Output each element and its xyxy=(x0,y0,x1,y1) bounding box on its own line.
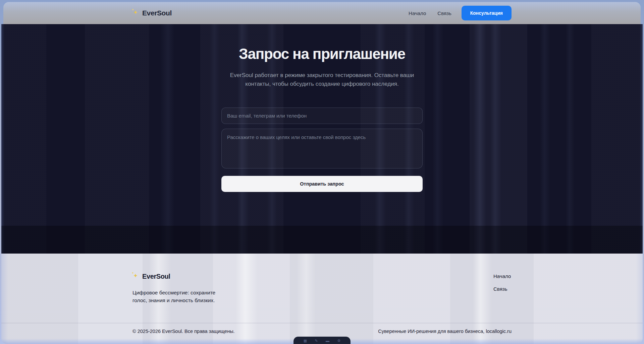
footer-link-contact[interactable]: Связь xyxy=(493,286,512,292)
hero-section: Запрос на приглашение EverSoul работает … xyxy=(1,24,643,254)
bottom-dock[interactable]: ▦ ✎ ▬ ⚙ xyxy=(293,337,351,344)
footer-tagline: Цифровое бессмертие: сохраните голос, зн… xyxy=(132,289,216,304)
footer-nav: Начало Связь xyxy=(493,272,512,304)
page-title: Запрос на приглашение xyxy=(221,46,423,62)
sparkle-icon: ✦ ✦ xyxy=(132,9,139,17)
contact-input[interactable] xyxy=(221,108,423,124)
hero-subtitle: EverSoul работает в режиме закрытого тес… xyxy=(228,71,416,88)
nav-link-contact[interactable]: Связь xyxy=(437,10,451,16)
brand-name: EverSoul xyxy=(142,9,172,17)
footer-brand-block: ✦ ✦ EverSoul Цифровое бессмертие: сохран… xyxy=(132,272,216,304)
footer-divider xyxy=(1,323,643,323)
browser-window: ✦ ✦ EverSoul Начало Связь Консультация З… xyxy=(1,0,643,344)
gear-icon[interactable]: ⚙ xyxy=(337,339,340,343)
header-logo[interactable]: ✦ ✦ EverSoul xyxy=(132,9,172,17)
copyright-text: © 2025-2026 EverSoul. Все права защищены… xyxy=(132,329,235,334)
consultation-button[interactable]: Консультация xyxy=(462,6,512,20)
header-nav: Начало Связь Консультация xyxy=(409,6,512,20)
message-textarea[interactable] xyxy=(221,129,423,168)
brand-name: EverSoul xyxy=(142,273,170,280)
submit-request-button[interactable]: Отправить запрос xyxy=(221,176,423,192)
minus-icon[interactable]: ▬ xyxy=(326,339,329,343)
nav-link-start[interactable]: Начало xyxy=(409,10,426,16)
site-header: ✦ ✦ EverSoul Начало Связь Консультация xyxy=(3,2,641,24)
site-footer: ✦ ✦ EverSoul Цифровое бессмертие: сохран… xyxy=(1,254,643,344)
footer-link-start[interactable]: Начало xyxy=(493,273,512,279)
footer-logo[interactable]: ✦ ✦ EverSoul xyxy=(132,272,216,280)
credits-text: Суверенные ИИ-решения для вашего бизнеса… xyxy=(378,329,512,334)
invite-request-form: Отправить запрос xyxy=(221,108,423,192)
grid-icon[interactable]: ▦ xyxy=(304,339,307,343)
pen-icon[interactable]: ✎ xyxy=(315,339,318,343)
sparkle-icon: ✦ ✦ xyxy=(132,272,139,280)
